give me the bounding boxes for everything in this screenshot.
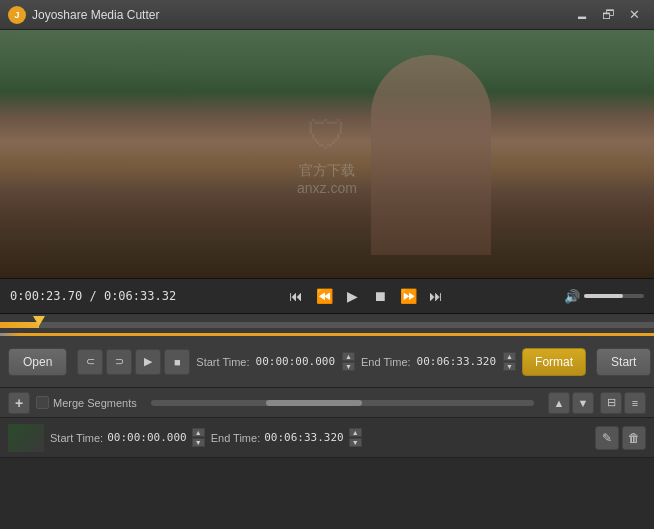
title-bar: J Joyoshare Media Cutter 🗕 🗗 ✕ — [0, 0, 654, 30]
seg-start-group: Start Time: 00:00:00.000 ▲ ▼ — [50, 428, 205, 447]
seg-end-up[interactable]: ▲ — [349, 428, 362, 437]
mark-out-button[interactable]: ⊃ — [106, 349, 132, 375]
volume-slider[interactable] — [584, 294, 644, 298]
forward-fast-button[interactable]: ⏭ — [423, 283, 449, 309]
forward-button[interactable]: ⏩ — [395, 283, 421, 309]
stop-segment-button[interactable]: ■ — [164, 349, 190, 375]
start-time-down[interactable]: ▼ — [342, 362, 355, 371]
controls-bar: 0:00:23.70 / 0:06:33.32 ⏮ ⏪ ▶ ⏹ ⏩ ⏭ 🔊 — [0, 278, 654, 314]
segment-right-buttons: ⊟ ≡ — [600, 392, 646, 414]
segment-nav-down[interactable]: ▼ — [572, 392, 594, 414]
segment-delete-button[interactable]: 🗑 — [622, 426, 646, 450]
open-button[interactable]: Open — [8, 348, 67, 376]
seg-end-value: 00:06:33.320 — [264, 431, 343, 444]
main-controls: Open ⊂ ⊃ ▶ ■ Start Time: 00:00:00.000 ▲ … — [0, 336, 654, 388]
segment-nav-buttons: ▲ ▼ — [548, 392, 594, 414]
timeline-handle[interactable] — [33, 316, 45, 326]
video-figure — [371, 55, 491, 255]
app-logo: J — [8, 6, 26, 24]
end-time-up[interactable]: ▲ — [503, 352, 516, 361]
start-time-label: Start Time: — [196, 356, 249, 368]
window-controls: 🗕 🗗 ✕ — [570, 5, 646, 25]
start-button[interactable]: Start — [596, 348, 651, 376]
timeline-yellow-bar — [0, 333, 654, 336]
volume-icon: 🔊 — [564, 289, 580, 304]
seg-start-down[interactable]: ▼ — [192, 438, 205, 447]
end-time-value: 00:06:33.320 — [417, 355, 496, 368]
segment-list-button[interactable]: ≡ — [624, 392, 646, 414]
seg-end-group: End Time: 00:06:33.320 ▲ ▼ — [211, 428, 362, 447]
start-time-up[interactable]: ▲ — [342, 352, 355, 361]
merge-label: Merge Segments — [53, 397, 137, 409]
timeline-area[interactable] — [0, 314, 654, 336]
scroll-thumb — [266, 400, 362, 406]
rewind-button[interactable]: ⏪ — [311, 283, 337, 309]
seg-end-label: End Time: — [211, 432, 261, 444]
time-display: 0:00:23.70 / 0:06:33.32 — [10, 289, 176, 303]
segment-scrollbar[interactable] — [151, 400, 534, 406]
maximize-button[interactable]: 🗗 — [596, 5, 620, 25]
volume-fill — [584, 294, 623, 298]
segment-thumbnail — [8, 424, 44, 452]
end-time-label: End Time: — [361, 356, 411, 368]
app-title: Joyoshare Media Cutter — [32, 8, 564, 22]
minimize-button[interactable]: 🗕 — [570, 5, 594, 25]
seg-end-down[interactable]: ▼ — [349, 438, 362, 447]
playback-controls: ⏮ ⏪ ▶ ⏹ ⏩ ⏭ — [283, 283, 449, 309]
seg-start-label: Start Time: — [50, 432, 103, 444]
format-button[interactable]: Format — [522, 348, 586, 376]
video-area: 🛡 官方下载 anxz.com — [0, 30, 654, 278]
rewind-fast-button[interactable]: ⏮ — [283, 283, 309, 309]
video-frame: 🛡 官方下载 anxz.com — [0, 30, 654, 278]
end-time-stepper[interactable]: ▲ ▼ — [503, 352, 516, 371]
seg-start-up[interactable]: ▲ — [192, 428, 205, 437]
segment-row: Start Time: 00:00:00.000 ▲ ▼ End Time: 0… — [0, 418, 654, 458]
seg-end-stepper[interactable]: ▲ ▼ — [349, 428, 362, 447]
merge-checkbox-box — [36, 396, 49, 409]
merge-checkbox[interactable]: Merge Segments — [36, 396, 137, 409]
volume-area: 🔊 — [564, 289, 644, 304]
seg-start-stepper[interactable]: ▲ ▼ — [192, 428, 205, 447]
add-segment-button[interactable]: + — [8, 392, 30, 414]
mark-in-button[interactable]: ⊂ — [77, 349, 103, 375]
close-button[interactable]: ✕ — [622, 5, 646, 25]
start-time-stepper[interactable]: ▲ ▼ — [342, 352, 355, 371]
stop-button[interactable]: ⏹ — [367, 283, 393, 309]
play-button[interactable]: ▶ — [339, 283, 365, 309]
segment-nav-up[interactable]: ▲ — [548, 392, 570, 414]
start-time-value: 00:00:00.000 — [256, 355, 335, 368]
end-time-down[interactable]: ▼ — [503, 362, 516, 371]
segment-save-button[interactable]: ⊟ — [600, 392, 622, 414]
timeline-track — [0, 322, 654, 328]
segments-bar: + Merge Segments ▲ ▼ ⊟ ≡ — [0, 388, 654, 418]
video-scene — [0, 30, 654, 278]
seg-start-value: 00:00:00.000 — [107, 431, 186, 444]
segment-edit-buttons: ✎ 🗑 — [595, 426, 646, 450]
preview-button[interactable]: ▶ — [135, 349, 161, 375]
segment-edit-button[interactable]: ✎ — [595, 426, 619, 450]
edit-tools: ⊂ ⊃ ▶ ■ — [77, 349, 190, 375]
